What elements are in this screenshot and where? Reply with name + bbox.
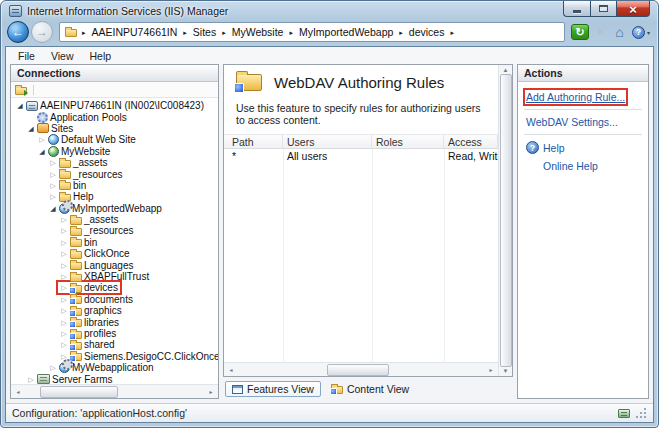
tree-item-documents[interactable]: documents: [11, 294, 218, 305]
expander-expanded-icon[interactable]: [27, 125, 35, 132]
tree-item-devices[interactable]: devices: [11, 282, 218, 293]
scroll-track[interactable]: [500, 74, 512, 367]
scroll-up-icon[interactable]: [499, 67, 513, 73]
breadcrumb-item-devices[interactable]: devices: [408, 26, 446, 38]
tree-item-clickonce[interactable]: ClickOnce: [11, 248, 218, 259]
tree-item-bin[interactable]: bin: [11, 180, 218, 191]
tree-item-profiles[interactable]: profiles: [11, 328, 218, 339]
expander-collapsed-icon[interactable]: [60, 330, 68, 337]
create-connection-icon[interactable]: [15, 87, 27, 95]
tab-features-view[interactable]: Features View: [225, 381, 321, 397]
expander-collapsed-icon[interactable]: [49, 159, 57, 166]
tree-item-server-farms[interactable]: Server Farms: [11, 373, 218, 384]
connections-toolbar: [11, 82, 218, 98]
breadcrumb-item-myimportedwebapp[interactable]: MyImportedWebapp: [298, 26, 394, 38]
list-horizontal-scrollbar[interactable]: [224, 362, 498, 376]
maximize-button[interactable]: [590, 1, 616, 17]
tree-item-siemens-desigocc-clickonce[interactable]: Siemens.DesigoCC.ClickOnce: [11, 351, 218, 362]
tree-item-application-pools[interactable]: Application Pools: [11, 111, 218, 122]
expander-expanded-icon[interactable]: [38, 148, 46, 155]
menu-help[interactable]: Help: [82, 49, 120, 63]
tree-item-shared[interactable]: shared: [11, 339, 218, 350]
expander-collapsed-icon[interactable]: [60, 262, 68, 269]
scroll-thumb[interactable]: [327, 364, 389, 376]
folder-icon: [70, 239, 82, 247]
help-menu-button[interactable]: [632, 26, 650, 39]
close-button[interactable]: [616, 1, 650, 17]
tree-item-sites[interactable]: Sites: [11, 123, 218, 134]
expander-collapsed-icon[interactable]: [60, 296, 68, 303]
expander-collapsed-icon[interactable]: [60, 319, 68, 326]
tree-item-resources[interactable]: _resources: [11, 168, 218, 179]
breadcrumb-item-aaeinpu74661in[interactable]: AAEINPU74661IN: [91, 26, 179, 38]
column-header-access[interactable]: Access: [444, 135, 498, 148]
scroll-right-icon[interactable]: [204, 389, 218, 395]
tree-item-mywebsite[interactable]: MyWebsite: [11, 146, 218, 157]
tree-item-resources[interactable]: _resources: [11, 225, 218, 236]
scroll-track[interactable]: [26, 386, 203, 398]
list-vertical-scrollbar[interactable]: [498, 65, 512, 376]
connections-horizontal-scrollbar[interactable]: [11, 384, 218, 398]
expander-collapsed-icon[interactable]: [60, 284, 68, 291]
tree-item-libraries[interactable]: libraries: [11, 316, 218, 327]
action-online-help[interactable]: Online Help: [523, 157, 643, 175]
expander-expanded-icon[interactable]: [16, 102, 24, 109]
expander-collapsed-icon[interactable]: [49, 193, 57, 200]
vdir-icon: [70, 331, 82, 339]
home-icon[interactable]: [612, 24, 627, 40]
breadcrumb-item-mywebsite[interactable]: MyWebsite: [231, 26, 285, 38]
scroll-left-icon[interactable]: [224, 367, 238, 373]
tree-item-bin[interactable]: bin: [11, 237, 218, 248]
menu-file[interactable]: File: [10, 49, 43, 63]
column-header-users[interactable]: Users: [283, 135, 372, 148]
scroll-right-icon[interactable]: [484, 367, 498, 373]
tree-item-assets[interactable]: _assets: [11, 214, 218, 225]
table-row[interactable]: *All usersRead, Write: [224, 149, 498, 163]
back-button[interactable]: [7, 21, 29, 43]
expander-collapsed-icon[interactable]: [49, 171, 57, 178]
expander-collapsed-icon[interactable]: [60, 250, 68, 257]
tree-item-assets[interactable]: _assets: [11, 157, 218, 168]
action-help[interactable]: Help: [523, 138, 643, 157]
tree-item-default-web-site[interactable]: Default Web Site: [11, 134, 218, 145]
expander-collapsed-icon[interactable]: [60, 273, 68, 280]
scroll-track[interactable]: [239, 364, 483, 376]
tree-item-graphics[interactable]: graphics: [11, 305, 218, 316]
column-header-roles[interactable]: Roles: [372, 135, 444, 148]
resize-grip[interactable]: [636, 408, 647, 419]
tab-content-view[interactable]: Content View: [324, 381, 416, 397]
expander-collapsed-icon[interactable]: [60, 341, 68, 348]
action-webdav-settings[interactable]: WebDAV Settings...: [523, 113, 643, 131]
expander-collapsed-icon[interactable]: [60, 239, 68, 246]
expander-collapsed-icon[interactable]: [60, 227, 68, 234]
expander-expanded-icon[interactable]: [49, 205, 57, 212]
expander-collapsed-icon[interactable]: [60, 307, 68, 314]
tree-item-label: Default Web Site: [61, 134, 136, 145]
menu-view[interactable]: View: [43, 49, 82, 63]
tree-item-aaeinpu74661in-in002-ic008423[interactable]: AAEINPU74661IN (IN002\IC008423): [11, 100, 218, 111]
iis-app-icon: [9, 5, 22, 17]
tree-item-mywebapplication[interactable]: MyWebapplication: [11, 362, 218, 373]
expander-collapsed-icon[interactable]: [60, 216, 68, 223]
scroll-thumb[interactable]: [500, 74, 512, 367]
expander-collapsed-icon[interactable]: [49, 364, 57, 371]
scroll-thumb[interactable]: [40, 386, 118, 398]
tree-item-label: MyWebapplication: [72, 362, 154, 373]
column-header-path[interactable]: Path: [224, 135, 283, 148]
scroll-down-icon[interactable]: [499, 368, 513, 374]
restart-icon[interactable]: [571, 24, 589, 40]
tree-item-myimportedwebapp[interactable]: MyImportedWebapp: [11, 203, 218, 214]
stop-icon[interactable]: [594, 25, 607, 39]
scroll-left-icon[interactable]: [11, 389, 25, 395]
forward-button[interactable]: [31, 21, 53, 43]
expander-collapsed-icon[interactable]: [27, 376, 35, 383]
action-add-authoring-rule[interactable]: Add Authoring Rule...: [523, 88, 643, 106]
expander-collapsed-icon[interactable]: [38, 136, 46, 143]
minimize-button[interactable]: [563, 1, 590, 17]
breadcrumb-bar[interactable]: AAEINPU74661INSitesMyWebsiteMyImportedWe…: [59, 22, 565, 42]
tree-item-xbapfulltrust[interactable]: XBAPFullTrust: [11, 271, 218, 282]
expander-collapsed-icon[interactable]: [49, 182, 57, 189]
tree-item-languages[interactable]: Languages: [11, 259, 218, 270]
breadcrumb-item-sites[interactable]: Sites: [192, 26, 217, 38]
tree-item-help[interactable]: Help: [11, 191, 218, 202]
